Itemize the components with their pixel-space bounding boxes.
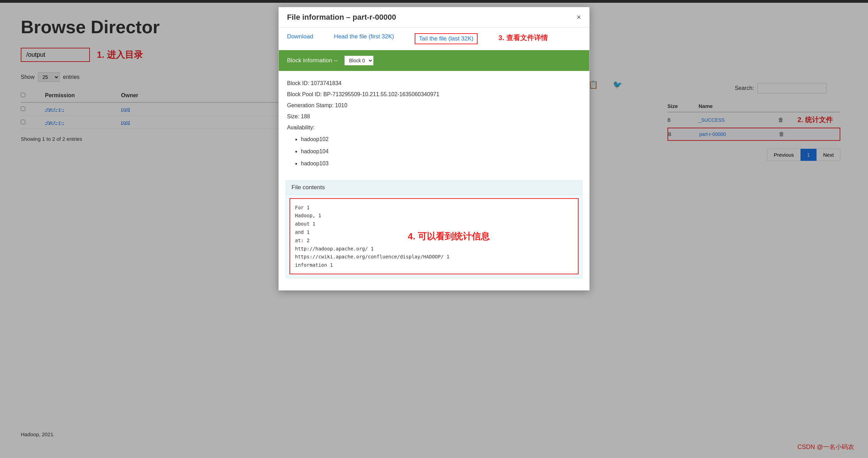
modal-title: File information – part-r-00000	[287, 13, 396, 22]
file-line-7: https://cwiki.apache.org/confluence/disp…	[295, 253, 573, 261]
head-file-link[interactable]: Head the file (first 32K)	[334, 33, 394, 44]
file-line-8: information 1	[295, 261, 573, 269]
background-page: Browse Director 1. 进入目录 Show 25 50 100 e…	[0, 0, 868, 458]
block-info-label: Block information --	[287, 57, 338, 64]
tail-file-link[interactable]: Tail the file (last 32K)	[415, 33, 478, 44]
block-size: Size: 188	[287, 111, 581, 122]
modal-links-row: Download Head the file (first 32K) Tail …	[279, 28, 589, 50]
generation-stamp: Generation Stamp: 1010	[287, 100, 581, 111]
node-3: hadoop103	[301, 157, 581, 170]
availability-list: hadoop102 hadoop104 hadoop103	[287, 133, 581, 170]
annotation-3: 3. 查看文件详情	[498, 33, 547, 44]
file-contents-section: File contents For 1 Hadoop, 1 about 1 an…	[286, 180, 582, 278]
modal-overlay: File information – part-r-00000 × Downlo…	[0, 0, 868, 458]
file-line-5: at: 2	[295, 237, 573, 245]
file-line-2: Hadoop, 1	[295, 212, 573, 220]
modal-title-bar: File information – part-r-00000 ×	[279, 7, 589, 28]
file-contents-title: File contents	[286, 181, 582, 195]
node-1: hadoop102	[301, 133, 581, 145]
modal-close-button[interactable]: ×	[576, 13, 581, 22]
file-line-6: http://hadoop.apache.org/ 1	[295, 245, 573, 253]
file-contents-box[interactable]: For 1 Hadoop, 1 about 1 and 1 at: 2 http…	[289, 198, 579, 274]
block-id: Block ID: 1073741834	[287, 78, 581, 89]
modal: File information – part-r-00000 × Downlo…	[278, 7, 590, 291]
block-details: Block ID: 1073741834 Block Pool ID: BP-7…	[279, 71, 589, 177]
file-line-4: and 1	[295, 228, 573, 237]
file-line-3: about 1	[295, 220, 573, 228]
availability-label: Availability:	[287, 122, 581, 133]
node-2: hadoop104	[301, 145, 581, 157]
file-line-1: For 1	[295, 204, 573, 212]
block-select[interactable]: Block 0	[344, 56, 373, 65]
block-info-header: Block information -- Block 0	[279, 50, 589, 71]
pool-id: Block Pool ID: BP-713295509-10.211.55.10…	[287, 89, 581, 100]
download-link[interactable]: Download	[287, 33, 313, 44]
